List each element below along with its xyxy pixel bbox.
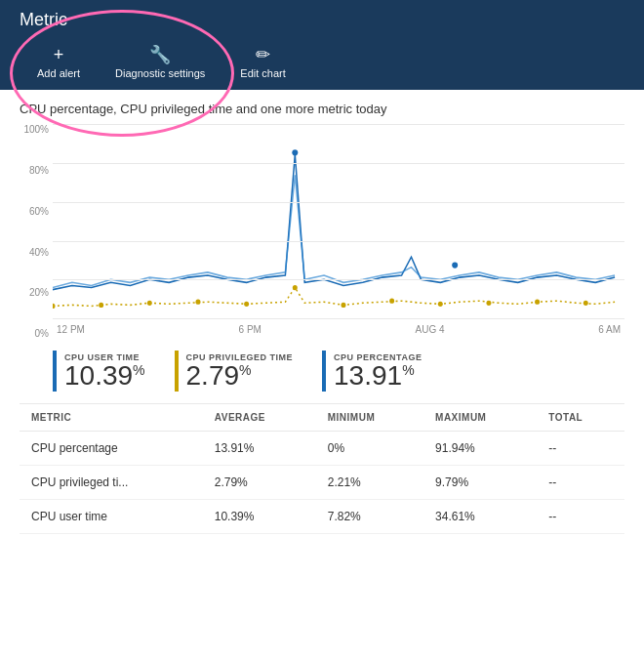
- cell-metric-2: CPU user time: [20, 500, 203, 534]
- col-header-maximum: MAXIMUM: [423, 404, 537, 432]
- metric-bar-cpu-privileged-time: [175, 351, 179, 392]
- metrics-summary: CPU USER TIME 10.39% CPU PRIVILEGED TIME…: [20, 339, 624, 404]
- cell-minimum-0: 0%: [316, 432, 423, 466]
- cell-minimum-2: 7.82%: [316, 500, 423, 534]
- y-label-80: 80%: [20, 165, 49, 176]
- grid-line-20: [53, 279, 624, 280]
- cell-total-2: --: [537, 500, 624, 534]
- y-label-60: 60%: [20, 206, 49, 217]
- cell-minimum-1: 2.21%: [316, 466, 423, 500]
- content-area: CPU percentage, CPU privileged time and …: [0, 90, 644, 546]
- metric-value-cpu-privileged-time: 2.79%: [186, 362, 294, 390]
- cell-average-1: 2.79%: [203, 466, 316, 500]
- grid-line-80: [53, 163, 624, 164]
- edit-chart-label: Edit chart: [240, 67, 285, 80]
- y-axis: 100% 80% 60% 40% 20% 0%: [20, 124, 53, 339]
- chart-inner: [53, 124, 624, 319]
- table-header-row: METRIC AVERAGE MINIMUM MAXIMUM TOTAL: [20, 404, 624, 432]
- col-header-metric: METRIC: [20, 404, 203, 432]
- cell-maximum-2: 34.61%: [423, 500, 537, 534]
- toolbar: + Add alert 🔧 Diagnostic settings ✏ Edit…: [20, 38, 624, 90]
- table-row: CPU user time 10.39% 7.82% 34.61% --: [20, 500, 624, 534]
- wrench-icon: 🔧: [149, 46, 171, 63]
- metric-bar-cpu-percentage: [322, 351, 326, 392]
- edit-chart-button[interactable]: ✏ Edit chart: [222, 38, 302, 90]
- page-title: Metric: [20, 10, 624, 30]
- cell-total-0: --: [537, 432, 624, 466]
- add-alert-button[interactable]: + Add alert: [20, 38, 98, 90]
- cell-metric-0: CPU percentage: [20, 432, 203, 466]
- table-container: METRIC AVERAGE MINIMUM MAXIMUM TOTAL CPU…: [20, 404, 624, 534]
- cell-maximum-1: 9.79%: [423, 466, 537, 500]
- metric-item-cpu-user-time: CPU USER TIME 10.39%: [53, 351, 145, 392]
- metric-value-cpu-user-time: 10.39%: [64, 362, 145, 390]
- y-label-100: 100%: [20, 124, 49, 135]
- grid-line-100: [53, 124, 624, 125]
- x-axis: 12 PM 6 PM AUG 4 6 AM: [53, 319, 624, 339]
- metric-item-cpu-privileged-time: CPU PRIVILEGED TIME 2.79%: [175, 351, 294, 392]
- data-table: METRIC AVERAGE MINIMUM MAXIMUM TOTAL CPU…: [20, 404, 624, 534]
- add-alert-label: Add alert: [37, 67, 80, 80]
- y-label-0: 0%: [20, 328, 49, 339]
- grid-line-40: [53, 241, 624, 242]
- x-label-aug4: AUG 4: [416, 324, 445, 335]
- x-label-12pm: 12 PM: [57, 324, 85, 335]
- cell-maximum-0: 91.94%: [423, 432, 537, 466]
- diagnostic-settings-label: Diagnostic settings: [115, 67, 205, 80]
- page: Metric + Add alert 🔧 Diagnostic settings…: [0, 0, 644, 661]
- grid-lines: [53, 124, 624, 318]
- header: Metric + Add alert 🔧 Diagnostic settings…: [0, 0, 644, 90]
- col-header-minimum: MINIMUM: [316, 404, 423, 432]
- col-header-average: AVERAGE: [203, 404, 316, 432]
- metric-bar-cpu-user-time: [53, 351, 57, 392]
- y-label-40: 40%: [20, 247, 49, 258]
- cell-total-1: --: [537, 466, 624, 500]
- cell-average-0: 13.91%: [203, 432, 316, 466]
- cell-metric-1: CPU privileged ti...: [20, 466, 203, 500]
- chart-subtitle: CPU percentage, CPU privileged time and …: [20, 102, 624, 116]
- x-label-6am: 6 AM: [598, 324, 621, 335]
- table-row: CPU privileged ti... 2.79% 2.21% 9.79% -…: [20, 466, 624, 500]
- metric-value-cpu-percentage: 13.91%: [334, 362, 422, 390]
- cell-average-2: 10.39%: [203, 500, 316, 534]
- plus-icon: +: [54, 46, 64, 63]
- col-header-total: TOTAL: [537, 404, 624, 432]
- diagnostic-settings-button[interactable]: 🔧 Diagnostic settings: [98, 38, 222, 90]
- y-label-20: 20%: [20, 287, 49, 298]
- table-row: CPU percentage 13.91% 0% 91.94% --: [20, 432, 624, 466]
- chart-container: 100% 80% 60% 40% 20% 0%: [20, 124, 624, 339]
- x-label-6pm: 6 PM: [239, 324, 262, 335]
- grid-line-60: [53, 202, 624, 203]
- pencil-icon: ✏: [256, 46, 270, 63]
- metric-item-cpu-percentage: CPU PERCENTAGE 13.91%: [322, 351, 422, 392]
